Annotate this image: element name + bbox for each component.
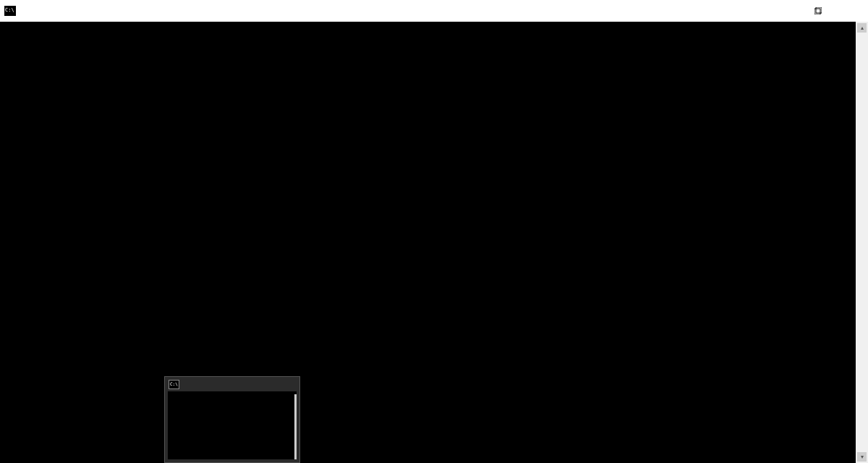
taskbar-preview[interactable]: [164, 376, 300, 463]
preview-title-bar: [165, 377, 299, 391]
preview-app-icon: [169, 381, 179, 388]
app-icon: [4, 6, 16, 16]
title-bar: [0, 0, 868, 22]
preview-scrollbar: [294, 394, 297, 459]
scroll-down-icon[interactable]: ▾: [857, 452, 867, 462]
vertical-scrollbar[interactable]: ▴ ▾: [856, 22, 868, 463]
maximize-button[interactable]: [801, 0, 835, 22]
svg-rect-0: [814, 9, 820, 14]
terminal-output[interactable]: [0, 22, 868, 463]
minimize-button[interactable]: [768, 0, 801, 22]
close-button[interactable]: [835, 0, 868, 22]
preview-body: [168, 391, 297, 459]
svg-rect-1: [816, 7, 822, 13]
scroll-up-icon[interactable]: ▴: [857, 23, 867, 33]
maximize-icon: [814, 7, 822, 14]
